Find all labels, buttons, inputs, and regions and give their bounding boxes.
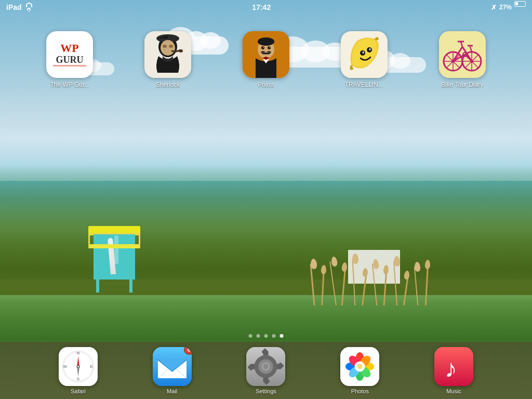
battery-percent: 27% — [499, 4, 512, 11]
svg-point-12 — [169, 45, 173, 48]
page-dot-4[interactable] — [272, 334, 276, 338]
dock-label-mail: Mail — [167, 388, 177, 394]
svg-point-11 — [163, 45, 167, 48]
svg-point-19 — [268, 46, 271, 49]
svg-point-18 — [261, 46, 264, 49]
bluetooth-icon: ✗ — [491, 4, 497, 11]
dock-settings[interactable]: Settings — [246, 347, 285, 394]
app-label-poirot: Poirot — [258, 81, 274, 88]
dock-label-music: Music — [446, 388, 461, 394]
app-icon-sherlock — [144, 31, 191, 78]
page-dots — [249, 334, 284, 338]
svg-text:W: W — [63, 364, 67, 369]
white-rectangle — [348, 250, 400, 284]
dock-photos[interactable]: Photos — [340, 347, 379, 394]
dock-label-photos: Photos — [351, 388, 369, 394]
grass — [0, 165, 532, 295]
svg-text:♪: ♪ — [445, 355, 457, 382]
dock-safari[interactable]: N S E W Safari — [59, 347, 98, 394]
status-bar: iPad 17:42 ✗ 27% — [0, 0, 532, 15]
wifi-icon — [26, 3, 32, 12]
page-dot-3[interactable] — [264, 334, 268, 338]
device-label: iPad — [6, 3, 22, 11]
dock-mail[interactable]: 6 — [153, 347, 192, 394]
svg-text:S: S — [77, 377, 80, 381]
svg-point-25 — [362, 51, 364, 54]
app-label-sherlock: Sherlock — [156, 81, 180, 88]
app-label-travelling: TRAVELLIN... — [345, 81, 383, 88]
svg-point-10 — [161, 40, 175, 56]
battery-icon — [514, 1, 526, 14]
app-wpguru[interactable]: WP GURU The WP Gur... — [41, 31, 98, 88]
app-poirot[interactable]: Poirot — [237, 31, 295, 88]
app-label-wpguru: The WP Gur... — [50, 81, 89, 88]
svg-point-86 — [357, 364, 363, 369]
time-display: 17:42 — [252, 3, 271, 11]
status-right: ✗ 27% — [491, 1, 526, 14]
dock-label-settings: Settings — [256, 388, 276, 394]
lifeguard-stand — [86, 212, 143, 280]
dock-icon-mail: 6 — [153, 347, 192, 386]
page-dot-5-active[interactable] — [280, 334, 284, 338]
svg-text:GURU: GURU — [56, 55, 84, 65]
svg-point-13 — [179, 49, 183, 52]
status-left: iPad — [6, 3, 32, 12]
svg-text:E: E — [90, 364, 93, 369]
svg-text:WP: WP — [61, 42, 79, 55]
svg-point-20 — [263, 47, 264, 48]
app-biketour[interactable]: Bike Tour Diary — [434, 31, 491, 88]
app-label-biketour: Bike Tour Diary — [441, 81, 483, 88]
dock-icon-music: ♪ — [434, 347, 473, 386]
app-icon-wpguru: WP GURU — [46, 31, 93, 78]
app-travelling[interactable]: TRAVELLIN... — [336, 31, 393, 88]
app-icon-poirot — [243, 31, 289, 78]
svg-point-26 — [369, 48, 370, 50]
dock-label-safari: Safari — [71, 388, 86, 394]
svg-point-21 — [269, 47, 270, 48]
svg-point-60 — [77, 366, 79, 367]
dock: N S E W Safari 6 — [0, 342, 532, 399]
app-grid: WP GURU The WP Gur... — [0, 26, 532, 94]
svg-point-75 — [263, 364, 269, 369]
svg-text:N: N — [77, 351, 80, 355]
dock-icon-safari: N S E W — [59, 347, 98, 386]
app-sherlock[interactable]: Sherlock — [139, 31, 196, 88]
svg-rect-4 — [53, 65, 86, 66]
page-dot-1[interactable] — [249, 334, 252, 338]
page-dot-2[interactable] — [257, 334, 260, 338]
app-icon-biketour — [439, 31, 486, 78]
dock-icon-settings — [246, 347, 285, 386]
dock-music[interactable]: ♪ Music — [434, 347, 473, 394]
app-icon-travelling — [341, 31, 388, 78]
dock-icon-photos — [340, 347, 379, 386]
